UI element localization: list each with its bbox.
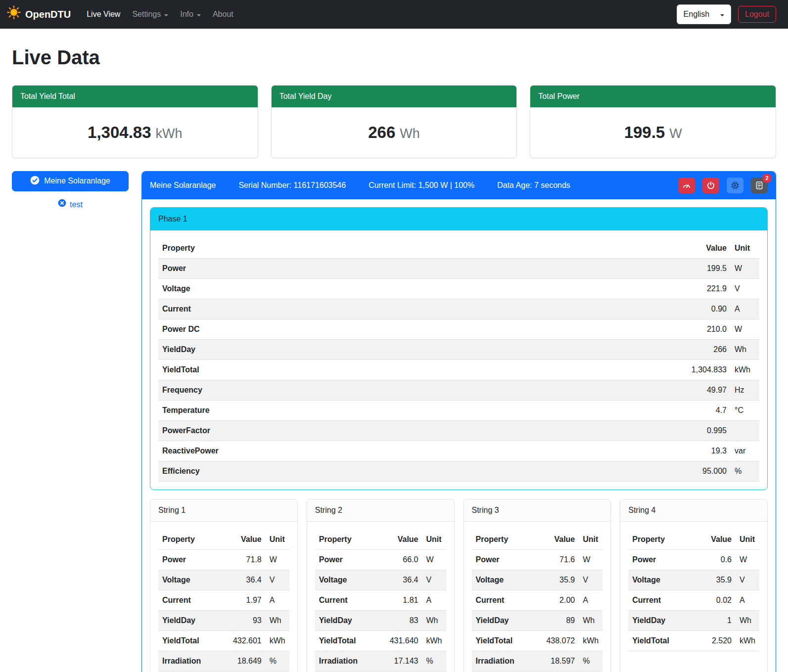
- cell-property: Power: [628, 549, 694, 570]
- table-row: Power71.8W: [158, 549, 289, 570]
- cell-unit: W: [579, 549, 603, 570]
- phase-card: Phase 1 Property Value Unit Power199.5WV…: [150, 207, 768, 490]
- cell-value: 0.90: [642, 299, 731, 319]
- column-header-unit: Unit: [736, 530, 759, 550]
- cell-property: YieldTotal: [158, 630, 224, 651]
- page-title: Live Data: [12, 43, 776, 72]
- table-row: Voltage36.4V: [315, 570, 446, 590]
- inverter-test-label: test: [70, 199, 83, 211]
- inverter-select-button[interactable]: Meine Solaranlage: [12, 171, 129, 191]
- speedometer-icon: [682, 181, 691, 190]
- cell-value: 83: [381, 610, 422, 630]
- chevron-down-icon: [164, 14, 168, 16]
- table-header-row: Property Value Unit: [158, 238, 759, 259]
- brand-logo[interactable]: OpenDTU: [7, 5, 71, 23]
- cell-property: Voltage: [315, 570, 381, 590]
- inverter-serial: Serial Number: 116171603546: [238, 179, 346, 191]
- string-table: Property Value Unit Power0.6WVoltage35.9…: [628, 530, 759, 651]
- cell-value: 431.640: [381, 630, 422, 651]
- power-toggle-button[interactable]: [702, 178, 719, 193]
- string-card-title: String 2: [307, 499, 454, 522]
- table-row: YieldDay83Wh: [315, 610, 446, 630]
- nav-info-label: Info: [180, 8, 193, 20]
- cell-value: 432.601: [224, 630, 266, 651]
- nav-settings[interactable]: Settings: [126, 4, 174, 24]
- cell-value: 89: [537, 610, 579, 630]
- cell-value: 0.02: [694, 590, 736, 610]
- language-select[interactable]: English: [677, 4, 731, 24]
- cell-value: 210.0: [642, 319, 731, 339]
- cell-property: Frequency: [158, 380, 642, 400]
- table-body: Power71.8WVoltage36.4VCurrent1.97AYieldD…: [158, 549, 289, 671]
- cell-property: Voltage: [158, 570, 224, 590]
- table-row: PowerFactor0.995: [158, 420, 759, 441]
- cell-property: Power DC: [158, 319, 642, 339]
- cell-property: Irradiation: [158, 651, 224, 671]
- cell-value: 66.0: [381, 549, 422, 570]
- column-header-property: Property: [315, 530, 381, 550]
- table-row: Current0.90A: [158, 299, 759, 319]
- table-header-row: Property Value Unit: [158, 530, 289, 550]
- nav-live-view[interactable]: Live View: [81, 4, 126, 24]
- table-body: Power199.5WVoltage221.9VCurrent0.90APowe…: [158, 258, 759, 481]
- device-info-button[interactable]: [727, 178, 743, 193]
- cell-value: 49.97: [642, 380, 731, 400]
- string-card-title: String 1: [150, 499, 297, 522]
- inverter-data-age: Data Age: 7 seconds: [497, 179, 570, 191]
- total-power-card: Total Power 199.5W: [530, 85, 776, 158]
- cell-unit: A: [731, 299, 759, 319]
- journal-icon: [755, 181, 764, 190]
- column-header-value: Value: [694, 530, 736, 550]
- table-body: Power71.6WVoltage35.9VCurrent2.00AYieldD…: [472, 549, 603, 671]
- cell-property: Current: [315, 590, 381, 610]
- cell-property: Current: [158, 590, 224, 610]
- phase-table: Property Value Unit Power199.5WVoltage22…: [158, 238, 759, 482]
- table-row: Irradiation18.597%: [472, 651, 603, 671]
- cell-value: 17.143: [381, 651, 422, 671]
- cell-unit: W: [422, 549, 446, 570]
- main-content: Live Data Total Yield Total 1,304.83kWh …: [0, 29, 788, 672]
- nav-about[interactable]: About: [207, 4, 239, 24]
- summary-cards-row: Total Yield Total 1,304.83kWh Total Yiel…: [12, 85, 776, 158]
- table-body: Power0.6WVoltage35.9VCurrent0.02AYieldDa…: [628, 549, 759, 651]
- cell-property: YieldTotal: [158, 359, 642, 380]
- cell-property: Current: [158, 299, 642, 319]
- cell-property: YieldDay: [472, 610, 538, 630]
- nav-info[interactable]: Info: [174, 4, 207, 24]
- string-table: Property Value Unit Power71.8WVoltage36.…: [158, 530, 289, 672]
- cell-value: 71.6: [537, 549, 579, 570]
- string-table: Property Value Unit Power71.6WVoltage35.…: [472, 530, 603, 672]
- cell-value: 1.81: [381, 590, 422, 610]
- cell-value: 2.520: [694, 630, 736, 651]
- column-header-unit: Unit: [422, 530, 446, 550]
- x-circle-icon: [58, 199, 66, 211]
- inverter-item-test[interactable]: test: [12, 199, 129, 211]
- cell-value: 95.000: [642, 461, 731, 481]
- cell-unit: A: [266, 590, 289, 610]
- summary-card-title: Total Yield Total: [12, 86, 258, 107]
- cell-unit: °C: [731, 400, 759, 420]
- cell-unit: Hz: [731, 380, 759, 400]
- table-row: Temperature4.7°C: [158, 400, 759, 420]
- cell-property: Irradiation: [315, 651, 381, 671]
- table-row: YieldTotal1,304.833kWh: [158, 359, 759, 380]
- cell-property: YieldDay: [315, 610, 381, 630]
- limit-settings-button[interactable]: [678, 178, 695, 193]
- table-row: Current2.00A: [472, 590, 603, 610]
- cell-value: 199.5: [642, 258, 731, 278]
- cell-value: 1: [694, 610, 736, 630]
- logout-button[interactable]: Logout: [738, 6, 776, 23]
- cell-property: YieldDay: [628, 610, 694, 630]
- navbar: OpenDTU Live View Settings Info About En…: [0, 0, 788, 29]
- cell-unit: kWh: [736, 630, 759, 651]
- table-row: YieldTotal432.601kWh: [158, 630, 289, 651]
- string-2-card: String 2 Property Value Unit: [307, 499, 455, 672]
- cell-unit: Wh: [422, 610, 446, 630]
- strings-row: String 1 Property Value Unit: [150, 499, 768, 672]
- cell-value: 1,304.833: [642, 359, 731, 380]
- cell-value: 0.6: [694, 549, 736, 570]
- table-row: Irradiation17.143%: [315, 651, 446, 671]
- event-log-button[interactable]: 2: [751, 178, 768, 193]
- cell-value: 4.7: [642, 400, 731, 420]
- cell-unit: A: [736, 590, 759, 610]
